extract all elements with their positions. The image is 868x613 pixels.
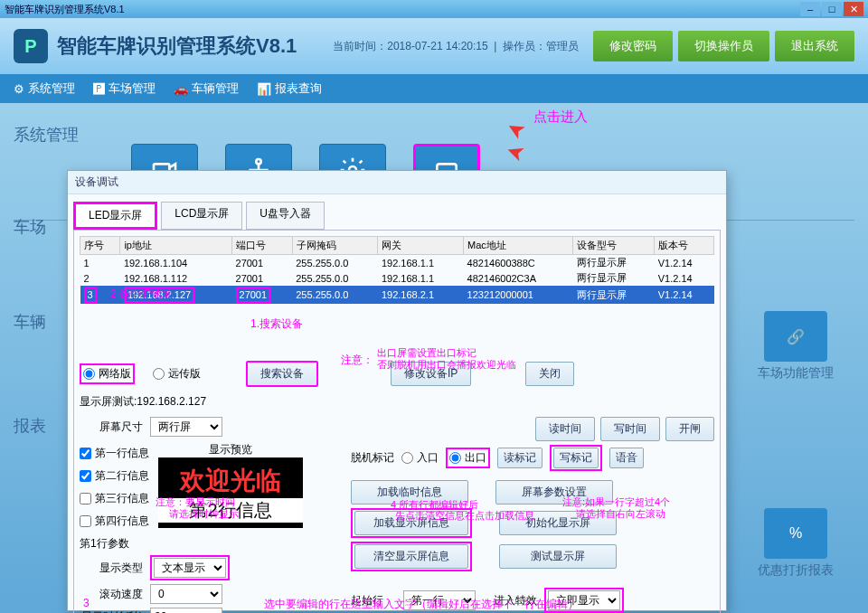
minimize-button[interactable]: –	[800, 2, 820, 16]
clear-disp-button[interactable]: 清空显示屏信息	[354, 544, 468, 569]
dialog-title: 设备调试	[68, 171, 726, 194]
tab-led[interactable]: LED显示屏	[73, 202, 157, 230]
init-disp-button[interactable]: 初始化显示屏	[499, 511, 617, 535]
header: P 智能车牌识别管理系统V8.1 当前时间：2018-07-21 14:20:1…	[0, 18, 868, 74]
preview-box: 欢迎光临 第2行信息	[158, 457, 303, 528]
modify-ip-button[interactable]: 修改设备IP	[391, 362, 471, 386]
radio-network[interactable]: 网络版	[80, 363, 135, 384]
tile-discount-report[interactable]: % 优惠打折报表	[741, 508, 850, 579]
exit-system-button[interactable]: 退出系统	[775, 31, 854, 61]
percent-icon: %	[764, 508, 827, 559]
chk-line3[interactable]: 第三行信息	[80, 491, 149, 506]
disp-type-select[interactable]: 文本显示	[154, 558, 226, 578]
app-title: 智能车牌识别管理系统V8.1	[57, 33, 297, 60]
tab-udisk[interactable]: U盘导入器	[246, 202, 325, 230]
radio-entry[interactable]: 入口	[401, 450, 439, 466]
tile-park-func[interactable]: 🔗 车场功能管理	[741, 311, 850, 382]
load-temp-button[interactable]: 加载临时信息	[351, 480, 468, 505]
table-row-selected[interactable]: 3192.168.2.12727001255.255.0.0192.168.2.…	[80, 286, 714, 304]
menu-parking-mgmt[interactable]: 🅿 车场管理	[93, 80, 156, 97]
switch-operator-button[interactable]: 切换操作员	[678, 31, 769, 61]
device-table[interactable]: 序号ip地址端口号子网掩码网关Mac地址设备型号版本号 1192.168.1.1…	[80, 236, 714, 304]
section-parking: 车场	[14, 216, 46, 238]
close-button[interactable]: ✕	[844, 2, 863, 16]
chk-line4[interactable]: 第四行信息	[80, 514, 149, 529]
device-debug-dialog: 设备调试 LED显示屏 LCD显示屏 U盘导入器 序号ip地址端口号子网掩码网关…	[67, 170, 727, 611]
read-time-button[interactable]: 读时间	[535, 417, 595, 441]
disp-time-input[interactable]	[150, 608, 222, 613]
radio-exit[interactable]: 出口	[449, 450, 486, 466]
logo-icon: P	[14, 29, 48, 63]
menu-vehicle-mgmt[interactable]: 🚗 车辆管理	[174, 80, 239, 97]
menu-report-query[interactable]: 📊 报表查询	[257, 80, 322, 97]
section-vehicle: 车辆	[14, 311, 46, 333]
titlebar: 智能车牌识别管理系统V8.1 – □ ✕	[0, 0, 868, 18]
start-line-select[interactable]: 第一行	[403, 590, 476, 610]
voice-button[interactable]: 语音	[609, 448, 644, 468]
header-info: 当前时间：2018-07-21 14:20:15 | 操作员：管理员	[333, 39, 579, 54]
open-gate-button[interactable]: 开闸	[665, 417, 714, 441]
menubar: ⚙ 系统管理 🅿 车场管理 🚗 车辆管理 📊 报表查询	[0, 74, 868, 103]
table-row[interactable]: 2192.168.1.11227001255.255.0.0192.168.1.…	[80, 270, 714, 286]
screen-size-select[interactable]: 两行屏	[150, 417, 222, 437]
link-icon: 🔗	[764, 311, 827, 362]
tab-lcd[interactable]: LCD显示屏	[161, 202, 242, 230]
close-dialog-button[interactable]: 关闭	[525, 362, 574, 386]
test-disp-button[interactable]: 测试显示屏	[499, 544, 617, 569]
enter-effect-select[interactable]: 立即显示	[548, 590, 620, 610]
search-device-button[interactable]: 搜索设备	[246, 361, 318, 387]
titlebar-title: 智能车牌识别管理系统V8.1	[5, 3, 125, 16]
change-password-button[interactable]: 修改密码	[593, 31, 673, 61]
write-mark-button[interactable]: 写标记	[553, 448, 599, 468]
radio-remote[interactable]: 远传版	[153, 366, 201, 382]
write-time-button[interactable]: 写时间	[600, 417, 660, 441]
section-report: 报表	[14, 415, 46, 437]
scroll-speed-select[interactable]: 0	[150, 584, 222, 604]
load-disp-button[interactable]: 加载显示屏信息	[354, 511, 468, 535]
table-row[interactable]: 1192.168.1.10427001255.255.0.0192.168.1.…	[80, 255, 714, 271]
read-mark-button[interactable]: 读标记	[497, 448, 542, 468]
chk-line1[interactable]: 第一行信息	[80, 446, 149, 461]
menu-system-mgmt[interactable]: ⚙ 系统管理	[14, 80, 75, 97]
maximize-button[interactable]: □	[822, 2, 842, 16]
svg-point-1	[256, 159, 260, 164]
screen-params-button[interactable]: 屏幕参数设置	[495, 480, 613, 505]
chk-line2[interactable]: 第二行信息	[80, 468, 149, 484]
